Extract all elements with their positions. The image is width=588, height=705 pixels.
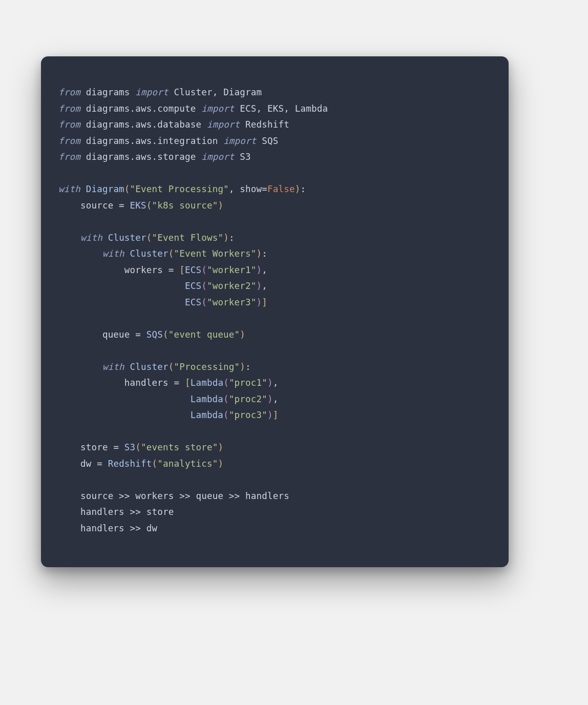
colon: : [229, 233, 235, 243]
paren-close: ) [240, 362, 245, 372]
colon: : [300, 184, 306, 194]
str-event-queue: "event queue" [169, 329, 240, 340]
class-lambda: Lambda [191, 378, 223, 388]
code-card: from diagrams import Cluster, Diagram fr… [41, 56, 509, 567]
paren-close: ) [218, 459, 223, 469]
kw-import: import [201, 152, 234, 162]
kwarg-show: show [240, 184, 262, 194]
class-lambda: Lambda [191, 394, 223, 404]
eq: = [163, 265, 179, 275]
flow-a: handlers [80, 507, 124, 517]
class-ecs: ECS [185, 297, 201, 307]
paren-close: ) [257, 297, 262, 307]
var-handlers: handlers [124, 378, 169, 388]
paren-close: ) [257, 248, 262, 259]
kw-from: from [58, 87, 80, 97]
paren-open: ( [223, 394, 229, 404]
paren-open: ( [146, 200, 152, 211]
flow-b: store [146, 507, 174, 517]
kw-with: with [102, 362, 124, 372]
paren-close: ) [257, 281, 262, 291]
paren-close: ) [267, 394, 273, 404]
bool-false: False [267, 184, 295, 194]
var-source: source [80, 200, 113, 211]
str-analytics: "analytics" [157, 459, 218, 469]
str-worker3: "worker3" [207, 297, 257, 307]
paren-close: ) [267, 378, 273, 388]
str-worker1: "worker1" [207, 265, 257, 275]
class-cluster: Cluster [130, 362, 169, 372]
kw-import: import [223, 136, 256, 146]
eq: = [130, 329, 146, 340]
op-shift: >> [124, 507, 146, 517]
code-block: from diagrams import Cluster, Diagram fr… [58, 85, 491, 536]
comma: , [273, 378, 279, 388]
var-queue: queue [102, 329, 130, 340]
paren-open: ( [169, 362, 174, 372]
var-workers: workers [124, 265, 163, 275]
module-name: diagrams.aws.storage [86, 152, 196, 162]
kw-import: import [207, 119, 240, 130]
class-diagram: Diagram [86, 184, 124, 194]
kw-with: with [80, 233, 102, 243]
paren-open: ( [146, 233, 152, 243]
eq: = [113, 200, 130, 211]
bracket-close: ] [273, 410, 279, 420]
kw-from: from [58, 152, 80, 162]
paren-close: ) [257, 265, 262, 275]
paren-open: ( [201, 265, 207, 275]
paren-open: ( [169, 248, 174, 259]
flow-c: queue [196, 491, 223, 501]
paren-open: ( [201, 297, 207, 307]
str-worker2: "worker2" [207, 281, 257, 291]
class-ecs: ECS [185, 265, 201, 275]
paren-close: ) [218, 442, 223, 452]
colon: : [262, 248, 267, 259]
paren-close: ) [223, 233, 229, 243]
str-proc1: "proc1" [229, 378, 267, 388]
import-names: Cluster, Diagram [174, 87, 262, 97]
comma: , [262, 281, 267, 291]
eq: = [108, 442, 124, 452]
comma: , [262, 265, 267, 275]
var-store: store [80, 442, 108, 452]
comma: , [229, 184, 240, 194]
op-shift: >> [124, 523, 146, 533]
op-shift: >> [223, 491, 245, 501]
paren-close: ) [267, 410, 273, 420]
class-cluster: Cluster [130, 248, 169, 259]
paren-close: ) [295, 184, 301, 194]
kw-import: import [201, 103, 234, 114]
paren-open: ( [223, 378, 229, 388]
paren-close: ) [218, 200, 223, 211]
paren-open: ( [201, 281, 207, 291]
str-k8s: "k8s source" [152, 200, 218, 211]
kw-with: with [102, 248, 124, 259]
paren-open: ( [223, 410, 229, 420]
flow-d: handlers [245, 491, 289, 501]
str-title: "Event Processing" [130, 184, 229, 194]
str-event-flows: "Event Flows" [152, 233, 224, 243]
str-proc3: "proc3" [229, 410, 267, 420]
paren-open: ( [152, 459, 158, 469]
bracket-open: [ [179, 265, 185, 275]
paren-close: ) [240, 329, 245, 340]
class-lambda: Lambda [191, 410, 223, 420]
module-name: diagrams [86, 87, 130, 97]
import-names: S3 [240, 152, 250, 162]
eq: = [169, 378, 185, 388]
kw-from: from [58, 136, 80, 146]
flow-b: workers [135, 491, 174, 501]
module-name: diagrams.aws.compute [86, 103, 196, 114]
paren-open: ( [135, 442, 141, 452]
flow-b: dw [146, 523, 157, 533]
class-redshift: Redshift [108, 459, 152, 469]
class-ecs: ECS [185, 281, 201, 291]
kw-with: with [58, 184, 80, 194]
str-event-workers: "Event Workers" [174, 248, 257, 259]
flow-a: source [80, 491, 113, 501]
paren-open: ( [163, 329, 169, 340]
str-processing: "Processing" [174, 362, 240, 372]
bracket-open: [ [185, 378, 191, 388]
flow-a: handlers [80, 523, 124, 533]
